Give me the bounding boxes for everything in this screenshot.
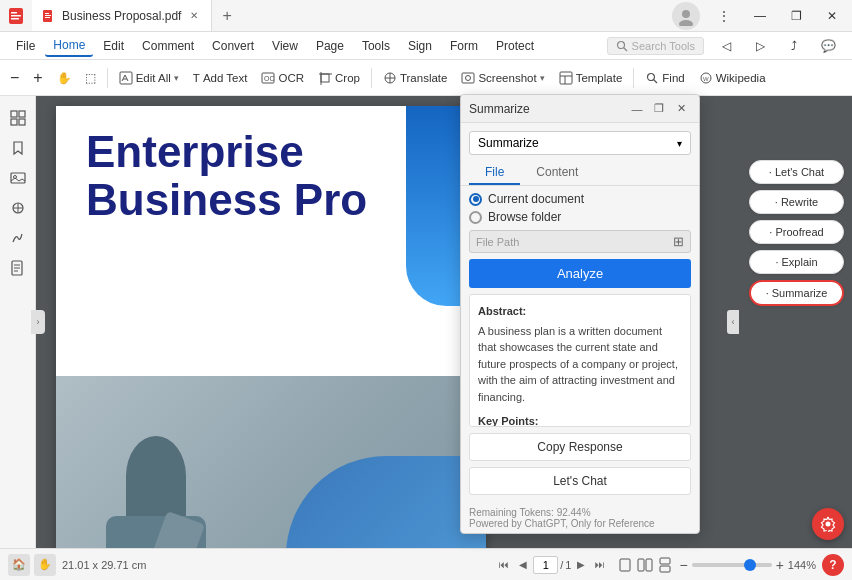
svg-text:OCR: OCR [264, 75, 275, 82]
explain-btn[interactable]: · Explain [749, 250, 844, 274]
summarize-ai-btn[interactable]: · Summarize [749, 280, 844, 306]
menu-view[interactable]: View [264, 36, 306, 56]
wikipedia-btn[interactable]: W Wikipedia [693, 68, 772, 88]
analyze-btn[interactable]: Analyze [469, 259, 691, 288]
sidebar-pages-btn[interactable] [4, 254, 32, 282]
proofread-btn[interactable]: · Proofread [749, 220, 844, 244]
screenshot-btn[interactable]: Screenshot ▾ [455, 68, 550, 88]
status-hand-btn[interactable]: ✋ [34, 554, 56, 576]
new-tab-btn[interactable]: + [212, 7, 241, 25]
find-icon [645, 71, 659, 85]
menu-form[interactable]: Form [442, 36, 486, 56]
restore-btn[interactable]: ❐ [780, 0, 812, 32]
zoom-in-status-btn[interactable]: + [776, 557, 784, 573]
first-page-btn[interactable]: ⏮ [495, 557, 513, 572]
add-text-btn[interactable]: T Add Text [187, 69, 254, 87]
close-btn[interactable]: ✕ [816, 0, 848, 32]
prev-page-btn[interactable]: ◀ [515, 557, 531, 572]
menu-edit[interactable]: Edit [95, 36, 132, 56]
menu-tools[interactable]: Tools [354, 36, 398, 56]
svg-rect-48 [660, 558, 670, 564]
ai-settings-btn[interactable] [812, 508, 844, 540]
sidebar-photos-btn[interactable] [4, 164, 32, 192]
toolbar-back-btn[interactable]: ◁ [710, 32, 742, 60]
lets-chat-dialog-btn[interactable]: Let's Chat [469, 467, 691, 495]
dropdown-value: Summarize [478, 136, 539, 150]
page-number-input[interactable] [533, 556, 558, 574]
template-btn[interactable]: Template [553, 68, 629, 88]
template-label: Template [576, 72, 623, 84]
next-page-btn[interactable]: ▶ [573, 557, 589, 572]
file-path-row[interactable]: File Path ⊞ [469, 230, 691, 253]
radio-current-doc[interactable]: Current document [469, 192, 691, 206]
svg-rect-49 [660, 566, 670, 572]
sidebar-thumbnails-btn[interactable] [4, 104, 32, 132]
zoom-handle[interactable] [744, 559, 756, 571]
dialog-body: Summarize ▾ File Content Current documen… [461, 123, 699, 503]
copy-response-btn[interactable]: Copy Response [469, 433, 691, 461]
menu-page[interactable]: Page [308, 36, 352, 56]
svg-rect-7 [45, 17, 50, 18]
zoom-out-status-btn[interactable]: − [679, 557, 687, 573]
summarize-dialog: Summarize — ❐ ✕ Summarize ▾ File Content… [460, 94, 700, 534]
scroll-icon[interactable] [657, 557, 673, 573]
toolbar-forward-btn[interactable]: ▷ [744, 32, 776, 60]
translate-icon [383, 71, 397, 85]
find-btn[interactable]: Find [639, 68, 690, 88]
tab-content[interactable]: Content [520, 161, 594, 185]
translate-btn[interactable]: Translate [377, 68, 454, 88]
file-browse-btn[interactable]: ⊞ [673, 234, 684, 249]
zoom-in-icon: + [33, 69, 42, 87]
last-page-btn[interactable]: ⏭ [591, 557, 609, 572]
select-tool-btn[interactable]: ⬚ [79, 68, 102, 88]
crop-btn[interactable]: Crop [312, 68, 366, 88]
ocr-btn[interactable]: OCR OCR [255, 68, 310, 88]
tab-label: Business Proposal.pdf [62, 9, 181, 23]
dialog-close-btn[interactable]: ✕ [671, 99, 691, 119]
menu-comment[interactable]: Comment [134, 36, 202, 56]
help-btn[interactable]: ? [822, 554, 844, 576]
toolbar-comment-btn[interactable]: 💬 [812, 32, 844, 60]
radio-browse-folder[interactable]: Browse folder [469, 210, 691, 224]
svg-rect-47 [646, 559, 652, 571]
lets-chat-btn[interactable]: · Let's Chat [749, 160, 844, 184]
dialog-tabs: File Content [461, 161, 699, 186]
toolbar-sep-2 [371, 68, 372, 88]
sidebar-collapse-btn[interactable]: › [31, 310, 45, 334]
tab-file[interactable]: File [469, 161, 520, 185]
status-tools: 🏠 ✋ [8, 554, 56, 576]
right-panel-toggle[interactable]: ‹ [727, 310, 739, 334]
minimize-btn[interactable]: — [744, 0, 776, 32]
sidebar-layers-btn[interactable] [4, 194, 32, 222]
file-path-input[interactable]: File Path [476, 236, 669, 248]
edit-all-btn[interactable]: Edit All ▾ [113, 68, 185, 88]
pdf-preview: Enterprise Business Pro [56, 106, 486, 548]
zoom-slider[interactable] [692, 563, 772, 567]
zoom-out-btn[interactable]: − [4, 66, 25, 90]
more-options-btn[interactable]: ⋮ [708, 0, 740, 32]
rewrite-btn[interactable]: · Rewrite [749, 190, 844, 214]
find-label: Find [662, 72, 684, 84]
toolbar-share-btn[interactable]: ⤴ [778, 32, 810, 60]
menu-protect[interactable]: Protect [488, 36, 542, 56]
hand-tool-btn[interactable]: ✋ [51, 68, 77, 88]
summarize-dropdown[interactable]: Summarize ▾ [469, 131, 691, 155]
single-page-icon[interactable] [617, 557, 633, 573]
active-tab[interactable]: Business Proposal.pdf ✕ [32, 0, 212, 31]
dialog-restore-btn[interactable]: ❐ [649, 99, 669, 119]
dialog-minimize-btn[interactable]: — [627, 99, 647, 119]
tab-close-btn[interactable]: ✕ [187, 8, 201, 23]
wikipedia-label: Wikipedia [716, 72, 766, 84]
menu-home[interactable]: Home [45, 35, 93, 57]
user-avatar[interactable] [672, 2, 700, 30]
status-home-btn[interactable]: 🏠 [8, 554, 30, 576]
sidebar-bookmarks-btn[interactable] [4, 134, 32, 162]
svg-rect-22 [462, 73, 474, 83]
sidebar-signatures-btn[interactable] [4, 224, 32, 252]
menu-convert[interactable]: Convert [204, 36, 262, 56]
two-page-icon[interactable] [637, 557, 653, 573]
zoom-in-btn[interactable]: + [27, 66, 48, 90]
menu-file[interactable]: File [8, 36, 43, 56]
search-toolbar[interactable]: Search Tools [607, 37, 704, 55]
menu-sign[interactable]: Sign [400, 36, 440, 56]
